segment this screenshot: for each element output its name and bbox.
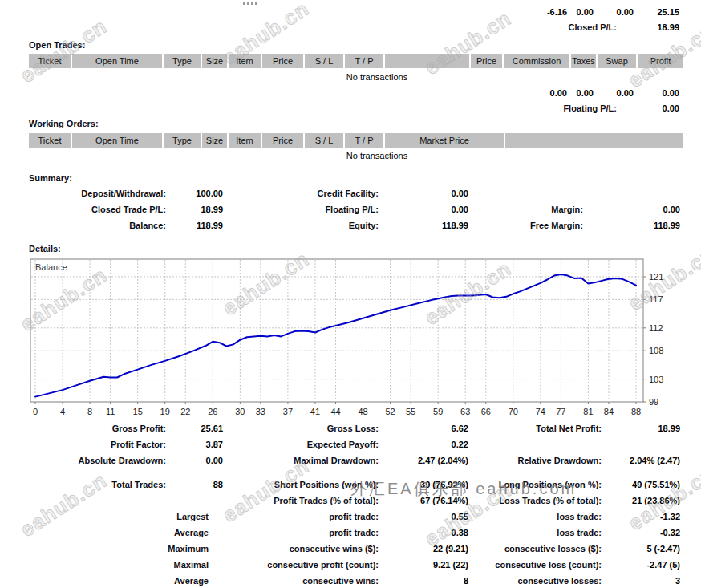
row-value: 118.99 (442, 221, 468, 230)
column-header-size: Size (202, 54, 229, 68)
row-label: Expected Payoff: (307, 440, 379, 449)
floating-pl-label: Floating P/L: (563, 103, 617, 113)
row-label: Credit Facility: (318, 189, 379, 198)
summary-title: Summary: (29, 173, 72, 183)
row-value: 100.00 (196, 189, 223, 198)
column-header-type: Type (164, 54, 202, 68)
diagonal-watermark: eahub.cn (624, 241, 701, 316)
row-label: Short Positions (won %): (274, 480, 379, 489)
row-value: 21 (23.86%) (632, 496, 680, 505)
x-tick-label: 26 (208, 407, 217, 416)
row-label: Deposit/Withdrawal: (81, 189, 166, 198)
row-label: Floating P/L: (325, 205, 379, 214)
column-header-blank (385, 54, 471, 68)
open-taxes-total: 0.00 (577, 88, 594, 98)
stat-qualifier: Average (174, 576, 209, 586)
row-value: 0.00 (452, 205, 468, 214)
row-label: Free Margin: (530, 221, 583, 230)
x-tick-label: 88 (631, 407, 641, 416)
row-value: 118.99 (197, 221, 223, 230)
x-tick-label: 74 (536, 407, 545, 416)
stat-qualifier: Maximal (174, 560, 209, 570)
closed-pl-value: 18.99 (657, 22, 679, 32)
x-tick-label: 30 (235, 407, 245, 416)
row-value: 88 (213, 480, 223, 489)
row-label: Profit Factor: (111, 440, 166, 449)
balance-line (35, 274, 636, 397)
open-trades-title: Open Trades: (29, 40, 85, 50)
row-value: 9.21 (22) (433, 560, 468, 570)
row-label: Balance: (129, 221, 166, 230)
row-value: -2.47 (5) (646, 560, 680, 570)
diagonal-watermark: eahub.cn (218, 246, 314, 321)
stat-qualifier: Maximum (168, 544, 209, 554)
mt4-statement-report: -6.16 0.00 0.00 25.15 Closed P/L: 18.99 … (0, 0, 701, 588)
row-value: 2.04% (2.47) (630, 456, 680, 465)
row-value: 39 (76.92%) (420, 480, 468, 489)
x-tick-label: 81 (583, 407, 593, 416)
row-label: Long Positions (won %): (499, 480, 602, 489)
working-orders-empty-text: No transactions (217, 151, 537, 160)
open-commission-total: 0.00 (550, 88, 567, 98)
row-value: 6.62 (452, 424, 468, 433)
row-value: 25.61 (201, 424, 223, 433)
x-tick-label: 59 (433, 407, 443, 416)
column-header-price: Price (262, 54, 305, 68)
column-header-blank (505, 133, 683, 148)
y-tick-label: 103 (649, 375, 663, 384)
row-value: -0.32 (660, 528, 680, 537)
working-orders-header-row: TicketOpen TimeTypeSizeItemPriceS / LT /… (29, 133, 683, 148)
row-value: 49 (75.51%) (632, 480, 680, 489)
tail-commission: -6.16 (547, 7, 567, 17)
column-header-t-p: T / P (345, 133, 385, 148)
row-value: 3.87 (206, 440, 223, 449)
column-header-item: Item (229, 133, 262, 148)
row-label: Relative Drawdown: (517, 456, 602, 465)
row-label: Equity: (349, 221, 379, 230)
floating-pl-value: 0.00 (663, 103, 679, 113)
column-header-taxes: Taxes (571, 54, 598, 68)
row-label: consecutive losses ($): (504, 544, 602, 554)
closed-pl-label: Closed P/L: (568, 22, 617, 32)
column-header-item: Item (229, 54, 262, 68)
column-header-market-price: Market Price (385, 133, 505, 148)
x-tick-label: 63 (460, 407, 470, 416)
column-header-commission: Commission (504, 54, 571, 68)
column-header-t-p: T / P (345, 54, 385, 68)
row-value: 2.47 (2.04%) (418, 456, 468, 465)
row-label: consecutive profit (count): (267, 560, 379, 570)
x-tick-label: 44 (330, 407, 340, 416)
row-value: 18.99 (201, 205, 223, 214)
row-value: 0.00 (452, 189, 468, 198)
row-label: profit trade: (329, 528, 379, 537)
x-tick-label: 52 (385, 407, 395, 416)
row-label: Gross Profit: (112, 424, 166, 433)
diagonal-watermark: eahub.cn (420, 6, 516, 80)
row-label: loss trade: (557, 512, 602, 521)
row-value: 67 (76.14%) (420, 496, 468, 505)
column-header-price: Price (471, 54, 504, 68)
x-tick-label: 70 (509, 407, 518, 416)
stat-qualifier: Average (174, 528, 209, 537)
x-tick-label: 11 (106, 407, 115, 416)
x-tick-label: 8 (87, 407, 92, 416)
details-title: Details: (29, 244, 61, 253)
column-header-s-l: S / L (305, 54, 345, 68)
open-swap-total: 0.00 (617, 88, 634, 98)
column-header-open-time: Open Time (72, 133, 164, 148)
y-tick-label: 121 (649, 272, 663, 282)
x-tick-label: 48 (358, 407, 367, 416)
row-label: Maximal Drawdown: (294, 456, 379, 465)
row-label: Margin: (551, 205, 583, 214)
x-tick-label: 15 (133, 407, 143, 416)
column-header-swap: Swap (598, 54, 638, 68)
row-value: 18.99 (658, 424, 680, 433)
row-value: -1.32 (660, 512, 680, 521)
working-orders-title: Working Orders: (29, 119, 99, 128)
cropped-row-artifact (243, 2, 257, 5)
x-tick-label: 22 (180, 407, 190, 416)
column-header-ticket: Ticket (29, 133, 72, 148)
x-tick-label: 0 (33, 407, 38, 416)
x-tick-label: 19 (160, 407, 170, 416)
open-profit-total: 0.00 (663, 88, 679, 98)
